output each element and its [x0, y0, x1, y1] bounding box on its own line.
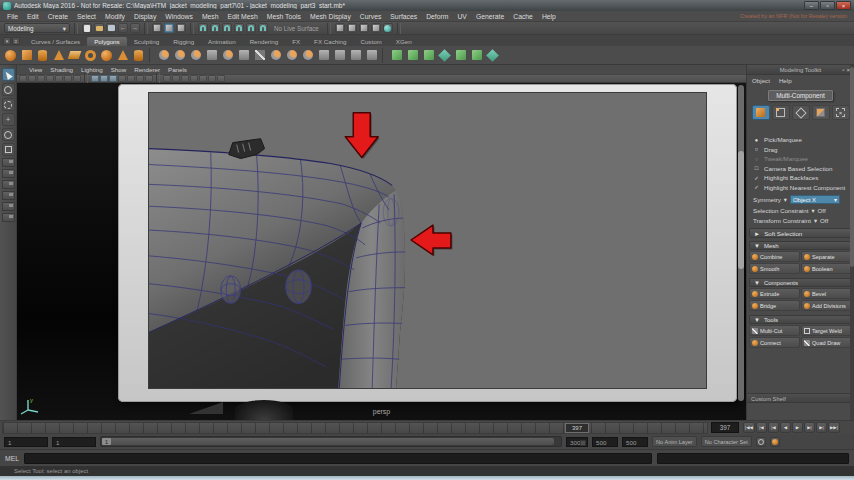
current-frame-cursor[interactable]: 397	[565, 423, 589, 433]
quad-draw-button[interactable]: Quad Draw	[801, 337, 852, 348]
camera-attributes-icon[interactable]	[37, 75, 45, 82]
sculpt-tool-icon[interactable]	[332, 48, 347, 63]
panel-menu-shading[interactable]: Shading	[50, 66, 73, 73]
bookmark-icon[interactable]	[46, 75, 54, 82]
play-backwards-button[interactable]: ◀	[780, 422, 791, 433]
render-settings-icon[interactable]	[359, 23, 369, 33]
platonic-solid-icon[interactable]	[115, 48, 130, 63]
layout-persp-outliner[interactable]	[2, 191, 15, 200]
animation-end-field[interactable]: 500	[592, 437, 618, 447]
toolkit-scrollbar[interactable]	[850, 65, 854, 420]
overlay-scrollbar[interactable]	[738, 85, 744, 401]
menu-deform[interactable]: Deform	[426, 13, 448, 20]
combine-icon[interactable]	[156, 48, 171, 63]
save-scene-icon[interactable]	[106, 23, 116, 33]
poly-plane-icon[interactable]	[67, 48, 82, 63]
animation-end-field-2[interactable]: 500	[622, 437, 648, 447]
poly-reduce-icon[interactable]	[364, 48, 379, 63]
snap-point-icon[interactable]	[222, 23, 232, 33]
textured-icon[interactable]	[181, 75, 189, 82]
highlight-nearest-component-option[interactable]: ✓ Highlight Nearest Component	[753, 183, 854, 193]
render-icon[interactable]	[335, 23, 345, 33]
quad-relax-icon[interactable]	[453, 48, 468, 63]
menu-create[interactable]: Create	[48, 13, 68, 20]
launch-render-view-icon[interactable]	[371, 23, 381, 33]
character-set-button[interactable]: No Character Set	[701, 436, 752, 447]
playback-end-field[interactable]: 300	[566, 437, 588, 447]
quad-fill-icon[interactable]	[421, 48, 436, 63]
soft-selection-header[interactable]: ► Soft Selection	[749, 228, 852, 238]
step-back-frame-button[interactable]: |◀	[756, 422, 767, 433]
menu-edit-mesh[interactable]: Edit Mesh	[228, 13, 258, 20]
layout-two-pane[interactable]	[2, 180, 15, 189]
wireframe-icon[interactable]	[163, 75, 171, 82]
multi-cut-icon[interactable]	[252, 48, 267, 63]
menu-uv[interactable]: UV	[457, 13, 466, 20]
symmetry-dropdown[interactable]: Object X ▾	[790, 195, 840, 204]
tab-custom[interactable]: Custom	[353, 37, 388, 46]
occlusion-icon[interactable]	[208, 75, 216, 82]
bridge-button[interactable]: Bridge	[749, 300, 800, 311]
boolean-difference-icon[interactable]	[188, 48, 203, 63]
menu-select[interactable]: Select	[77, 13, 96, 20]
snap-curve-icon[interactable]	[210, 23, 220, 33]
menu-file[interactable]: File	[7, 13, 18, 20]
tab-fx[interactable]: FX	[285, 37, 307, 46]
auto-keyframe-icon[interactable]	[756, 437, 766, 447]
shelf-tab-icon[interactable]: ≡	[12, 37, 20, 45]
paint-selection-tool[interactable]	[2, 98, 15, 111]
selection-constraint-value[interactable]: Off	[817, 207, 825, 214]
chevron-down-icon[interactable]: ▾	[784, 196, 787, 203]
scrollbar-handle[interactable]	[738, 151, 744, 269]
tab-animation[interactable]: Animation	[201, 37, 243, 46]
render-globe-icon[interactable]	[383, 23, 393, 33]
menu-modify[interactable]: Modify	[105, 13, 125, 20]
menu-help[interactable]: Help	[542, 13, 556, 20]
undo-icon[interactable]: ←	[118, 23, 128, 33]
redo-icon[interactable]: →	[130, 23, 140, 33]
rotate-tool[interactable]	[2, 128, 15, 141]
panel-menu-renderer[interactable]: Renderer	[134, 66, 160, 73]
time-slider[interactable]: 397 397 |◀◀ |◀ |◀ ◀ ▶ ▶| ▶| ▶▶|	[0, 420, 854, 434]
film-gate-icon[interactable]	[100, 75, 108, 82]
menu-generate[interactable]: Generate	[476, 13, 504, 20]
poly-torus-icon[interactable]	[83, 48, 98, 63]
custom-shelf-header[interactable]: Custom Shelf	[747, 393, 850, 403]
transform-constraint-value[interactable]: Off	[820, 217, 828, 224]
quad-grid-icon[interactable]	[469, 48, 484, 63]
menu-windows[interactable]: Windows	[165, 13, 193, 20]
ipr-render-icon[interactable]	[347, 23, 357, 33]
tools-section-header[interactable]: ▼ Tools	[749, 315, 852, 324]
multi-cut-button[interactable]: Multi-Cut	[749, 325, 800, 336]
layout-single-pane[interactable]	[2, 158, 15, 167]
lock-camera-icon[interactable]	[28, 75, 36, 82]
shadows-icon[interactable]	[199, 75, 207, 82]
range-slider-track[interactable]: 1	[100, 436, 562, 447]
bridge-icon[interactable]	[284, 48, 299, 63]
xgen-tool-icon[interactable]	[485, 48, 500, 63]
menu-surfaces[interactable]: Surfaces	[390, 13, 417, 20]
edge-mode-tile[interactable]	[792, 105, 810, 120]
layout-four-pane[interactable]	[2, 169, 15, 178]
tab-polygons[interactable]: Polygons	[87, 37, 126, 46]
image-plane-icon[interactable]	[55, 75, 63, 82]
range-bar[interactable]	[102, 438, 554, 445]
target-weld-button[interactable]: Target Weld	[801, 325, 852, 336]
range-start-handle[interactable]: 1	[102, 438, 111, 445]
chevron-down-icon[interactable]: ▾	[814, 217, 817, 224]
grease-pencil-icon[interactable]	[73, 75, 81, 82]
pick-marquee-option[interactable]: ● Pick/Marquee	[753, 135, 854, 145]
poly-sphere-icon[interactable]	[3, 48, 18, 63]
chevron-down-icon[interactable]: ▾	[811, 207, 814, 214]
object-mode-tile[interactable]	[752, 105, 770, 120]
select-component-icon[interactable]	[176, 23, 186, 33]
layout-persp-graph[interactable]	[2, 202, 15, 211]
viewport-canvas[interactable]: y persp	[17, 83, 746, 420]
resolution-gate-icon[interactable]	[109, 75, 117, 82]
tab-rigging[interactable]: Rigging	[166, 37, 201, 46]
safe-title-icon[interactable]	[145, 75, 153, 82]
extrude-icon[interactable]	[236, 48, 251, 63]
poly-pipe-icon[interactable]	[131, 48, 146, 63]
shelf-menu-icon[interactable]: ▾	[3, 37, 11, 45]
scale-tool[interactable]	[2, 143, 15, 156]
